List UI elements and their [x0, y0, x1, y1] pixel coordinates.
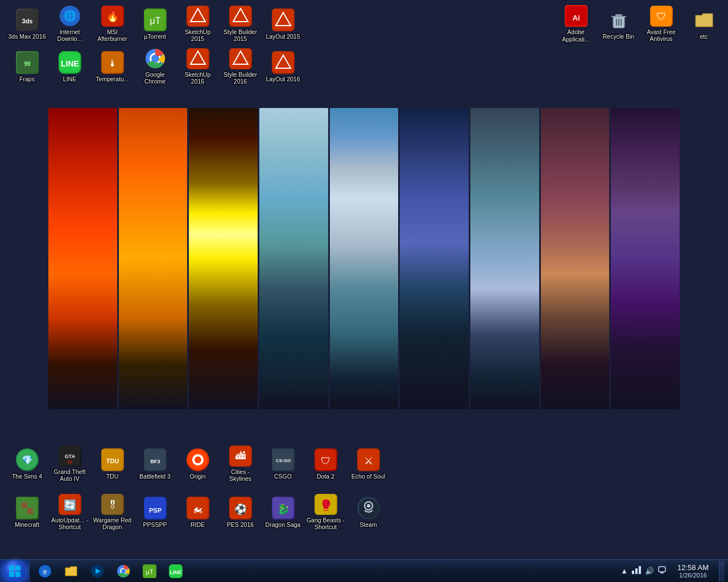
taskbar: e μT LINE — [0, 559, 728, 582]
taskbar-utorrent[interactable]: μT — [137, 561, 162, 581]
icon-recycle-bin-label: Recycle Bin — [603, 33, 634, 40]
icon-gta4[interactable]: GTAIV Grand Theft Auto IV — [48, 443, 91, 485]
stylebuilder-2015-icon — [229, 6, 252, 27]
icon-internet-downloader[interactable]: 🌐 Internet Downlo... — [48, 3, 91, 45]
start-button[interactable] — [0, 560, 30, 583]
clock-date: 1/26/2016 — [679, 572, 707, 579]
taskbar-ie[interactable]: e — [32, 561, 57, 581]
svg-text:LINE: LINE — [170, 569, 182, 575]
icon-echo-of-soul[interactable]: ⚔ Echo of Soul — [347, 443, 390, 485]
tray-action-center[interactable] — [657, 566, 667, 576]
icon-steam[interactable]: Steam — [347, 491, 390, 534]
temperature-icon: 🌡 — [101, 51, 124, 74]
svg-text:🛡: 🛡 — [656, 11, 667, 22]
svg-text:🔥: 🔥 — [106, 10, 119, 23]
icon-utorrent[interactable]: μT µTorrent — [134, 3, 176, 45]
taskbar-wmp[interactable] — [85, 561, 110, 581]
icon-the-sims-4[interactable]: 💎 The Sims 4 — [6, 443, 48, 485]
icon-layout-2016[interactable]: LayOut 2016 — [262, 45, 304, 88]
icon-avast[interactable]: 🛡 Avast Free Antivirus — [640, 3, 682, 45]
dota2-icon: 🛡 — [315, 448, 337, 471]
svg-text:3ds: 3ds — [22, 18, 32, 24]
icon-internet-downloader-label: Internet Downlo... — [50, 28, 89, 43]
icon-google-chrome-label: Google Chrome — [135, 71, 175, 85]
icon-ride[interactable]: 🏍 RIDE — [176, 491, 219, 534]
icon-gangbeasts[interactable]: 🥊 Gang Beasts - Shortcut — [304, 491, 347, 534]
svg-rect-60 — [22, 502, 27, 508]
icon-cities-skylines[interactable]: 🏙 Cities - Skylines — [219, 443, 262, 485]
icon-bf3[interactable]: BF3 Battlefield 3 — [134, 443, 176, 485]
icon-utorrent-label: µTorrent — [144, 33, 166, 40]
icon-dragonsaga[interactable]: 🐉 Dragon Saga — [262, 491, 304, 534]
wallpaper-panel-9 — [611, 108, 680, 409]
icon-steam-label: Steam — [359, 521, 377, 529]
tray-speaker[interactable]: 🔊 — [644, 566, 655, 576]
icon-layout-2015[interactable]: LayOut 2015 — [262, 3, 304, 45]
recycle-bin-icon — [607, 9, 630, 31]
svg-text:e: e — [43, 568, 47, 576]
bottom-row2: Minecraft 🔄 AutoUpdat... - Shortcut 🎖 Wa… — [6, 491, 390, 534]
svg-text:Ai: Ai — [572, 14, 580, 22]
wallpaper-panel-5 — [330, 108, 399, 409]
icon-sketchup-2016[interactable]: SketchUp 2016 — [176, 45, 219, 88]
svg-text:🎖: 🎖 — [107, 500, 118, 511]
icon-dota2[interactable]: 🛡 Dota 2 — [304, 443, 347, 485]
icon-sketchup-2015-label: SketchUp 2015 — [178, 28, 217, 43]
icon-wargame[interactable]: 🎖 Wargame Red Dragon — [91, 491, 134, 534]
sims4-icon: 💎 — [16, 448, 39, 471]
icon-3dsmax-label: 3ds Max 2016 — [9, 33, 46, 40]
icon-tdu-label: TDU — [106, 473, 119, 480]
etc-folder-icon — [693, 9, 715, 31]
avast-icon: 🛡 — [650, 6, 673, 27]
icon-sketchup-2016-label: SketchUp 2016 — [178, 71, 217, 85]
wallpaper-panel-2 — [119, 108, 188, 409]
icon-autoupdate[interactable]: 🔄 AutoUpdat... - Shortcut — [48, 491, 91, 534]
icon-temperature[interactable]: 🌡 Temperatu... — [91, 45, 134, 88]
icon-stylebuilder-2015-label: Style Builder 2015 — [221, 28, 260, 43]
icon-origin[interactable]: Origin — [176, 443, 219, 485]
icon-sketchup-2015[interactable]: SketchUp 2015 — [176, 3, 219, 45]
icon-layout-2015-label: LayOut 2015 — [266, 33, 300, 40]
eos-icon: ⚔ — [357, 448, 380, 471]
icon-minecraft[interactable]: Minecraft — [6, 491, 48, 534]
dragonsaga-icon: 🐉 — [272, 497, 295, 519]
taskbar-line[interactable]: LINE — [163, 561, 188, 581]
minecraft-icon — [16, 497, 39, 519]
svg-text:🐉: 🐉 — [277, 503, 290, 516]
icon-msi-afterburner[interactable]: 🔥 MSI Afterburner — [91, 3, 134, 45]
svg-text:🛡: 🛡 — [321, 455, 331, 467]
svg-text:🏍: 🏍 — [193, 504, 203, 515]
icon-fraps[interactable]: 99 Fraps — [6, 45, 48, 88]
icon-google-chrome[interactable]: Google Chrome — [134, 45, 176, 88]
system-tray: ▲ 🔊 — [617, 566, 669, 576]
icon-ride-label: RIDE — [191, 521, 205, 529]
tray-network[interactable] — [631, 566, 642, 576]
stylebuilder-2016-icon — [229, 48, 252, 69]
icon-ppsspp[interactable]: PSP PPSSPP — [134, 491, 176, 534]
wallpaper-panel-8 — [541, 108, 610, 409]
svg-rect-96 — [639, 566, 641, 574]
icon-stylebuilder-2016[interactable]: Style Builder 2016 — [219, 45, 262, 88]
wargame-icon: 🎖 — [101, 494, 124, 515]
icon-line[interactable]: LINE LINE — [48, 45, 91, 88]
icon-recycle-bin[interactable]: Recycle Bin — [597, 3, 640, 45]
icon-csgo-label: CSGO — [274, 473, 292, 480]
utorrent-icon: μT — [144, 9, 167, 31]
svg-point-78 — [367, 504, 370, 508]
icon-gangbeasts-label: Gang Beasts - Shortcut — [306, 517, 345, 531]
icon-3dsmax[interactable]: 3ds 3ds Max 2016 — [6, 3, 48, 45]
taskbar-explorer[interactable] — [59, 561, 84, 581]
icon-tdu[interactable]: TDU TDU — [91, 443, 134, 485]
icon-csgo[interactable]: CS:GO CSGO — [262, 443, 304, 485]
clock[interactable]: 12:58 AM 1/26/2016 — [672, 560, 714, 582]
icon-pes2016[interactable]: ⚽ PES 2016 — [219, 491, 262, 534]
icon-adobe[interactable]: Ai Adobe Applicati... — [555, 3, 597, 45]
svg-text:LINE: LINE — [61, 59, 79, 68]
icon-etc[interactable]: etc — [682, 3, 725, 45]
show-desktop-button[interactable] — [719, 561, 725, 581]
pes2016-icon: ⚽ — [229, 497, 252, 519]
icon-stylebuilder-2015[interactable]: Style Builder 2015 — [219, 3, 262, 45]
tray-arrow[interactable]: ▲ — [619, 566, 629, 576]
wallpaper-panel-7 — [470, 108, 539, 409]
taskbar-chrome[interactable] — [111, 561, 136, 581]
